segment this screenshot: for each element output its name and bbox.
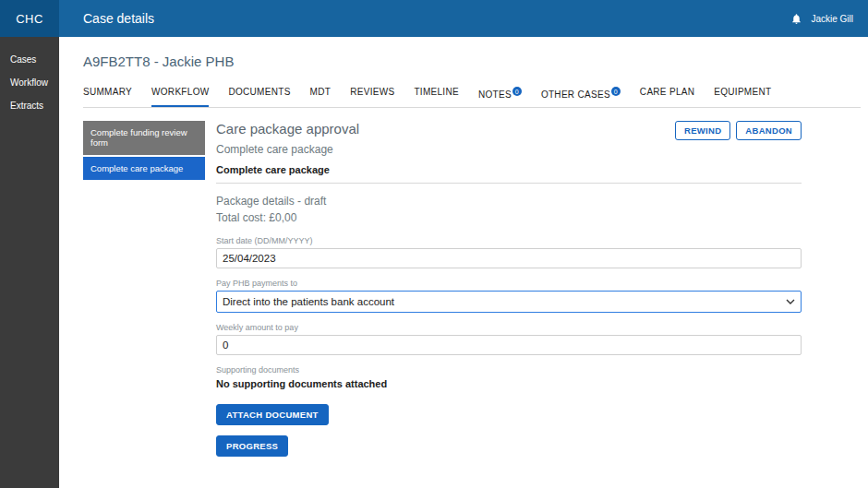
app-logo: CHC [0,0,59,37]
tab-timeline[interactable]: TIMELINE [414,83,459,107]
divider [216,183,802,184]
panel-title: Care package approval [216,121,359,137]
sidebar: Cases Workflow Extracts [0,37,59,488]
rewind-button[interactable]: REWIND [675,121,730,140]
start-date-label: Start date (DD/MM/YYYY) [216,236,802,245]
case-title: A9FB2TT8 - Jackie PHB [83,54,802,69]
sidebar-item-extracts[interactable]: Extracts [0,94,59,117]
tab-equipment[interactable]: EQUIPMENT [714,83,771,107]
workflow-steps: Complete funding review form Complete ca… [83,121,205,457]
tab-notes-label: NOTES [478,89,512,100]
tab-workflow[interactable]: WORKFLOW [151,83,209,107]
tab-other-cases-label: OTHER CASES [541,89,610,100]
total-cost-text: Total cost: £0,00 [216,209,802,226]
attach-document-button[interactable]: ATTACH DOCUMENT [216,404,329,425]
user-menu[interactable]: Jackie Gill [811,14,853,24]
page-title: Case details [83,11,154,26]
sidebar-item-workflow[interactable]: Workflow [0,71,59,94]
weekly-amount-input[interactable] [216,335,802,355]
top-bar: CHC Case details Jackie Gill [0,0,868,37]
workflow-content: Complete funding review form Complete ca… [83,121,802,457]
start-date-input[interactable] [216,248,802,268]
step-complete-funding-review-form[interactable]: Complete funding review form [83,121,205,155]
no-documents-text: No supporting documents attached [216,378,802,389]
notifications-bell-icon[interactable] [790,13,802,25]
topbar-right: Jackie Gill [790,13,868,25]
case-tabs: SUMMARY WORKFLOW DOCUMENTS MDT REVIEWS T… [83,83,861,108]
supporting-documents-label: Supporting documents [216,365,802,375]
other-cases-count-badge: 0 [611,87,621,96]
notes-count-badge: 0 [512,87,522,96]
tab-summary[interactable]: SUMMARY [83,83,132,107]
tab-documents[interactable]: DOCUMENTS [228,83,290,107]
main-layout: Cases Workflow Extracts A9FB2TT8 - Jacki… [0,37,868,488]
tab-notes[interactable]: NOTES0 [478,83,522,107]
care-package-panel: Care package approval REWIND ABANDON Com… [216,121,802,457]
progress-button[interactable]: PROGRESS [216,435,288,457]
panel-actions: REWIND ABANDON [675,121,802,140]
current-step-label: Complete care package [216,164,802,175]
tab-other-cases[interactable]: OTHER CASES0 [541,83,621,107]
tab-mdt[interactable]: MDT [310,83,332,107]
panel-header: Care package approval REWIND ABANDON [216,121,802,140]
weekly-amount-label: Weekly amount to pay [216,323,802,332]
package-status-text: Package details - draft [216,193,802,209]
pay-to-select[interactable]: Direct into the patients bank account [216,291,802,313]
panel-subtitle: Complete care package [216,143,802,156]
abandon-button[interactable]: ABANDON [736,121,802,140]
pay-to-label: Pay PHB payments to [216,279,802,288]
pay-to-select-wrap: Direct into the patients bank account [216,291,802,313]
tab-care-plan[interactable]: CARE PLAN [640,83,694,107]
step-complete-care-package[interactable]: Complete care package [83,157,205,180]
main-content: A9FB2TT8 - Jackie PHB SUMMARY WORKFLOW D… [59,37,868,488]
sidebar-item-cases[interactable]: Cases [0,48,59,71]
tab-reviews[interactable]: REVIEWS [350,83,394,107]
